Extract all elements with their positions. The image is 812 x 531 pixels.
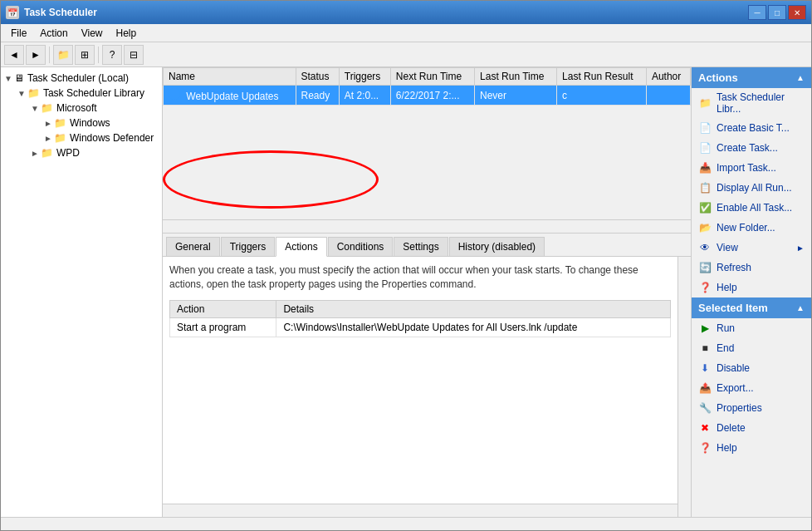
app-icon: 📅 [6, 6, 19, 19]
cell-triggers: At 2:0... [339, 86, 390, 106]
back-button[interactable]: ◄ [4, 45, 24, 65]
action-label-display-all: Display All Run... [717, 182, 792, 194]
main-hscrollbar[interactable] [1, 517, 811, 530]
action-properties[interactable]: 🔧 Properties [692, 398, 811, 418]
task-status-icon [169, 88, 180, 100]
selected-item-collapse-btn[interactable]: ▲ [796, 303, 805, 312]
expand-wpd[interactable]: ► [31, 149, 39, 158]
action-enable-all[interactable]: ✅ Enable All Task... [692, 198, 811, 218]
actions-description: When you create a task, you must specify… [169, 263, 671, 292]
menu-file[interactable]: File [4, 26, 33, 40]
main-window: 📅 Task Scheduler ─ □ ✕ File Action View … [0, 0, 812, 531]
grid-button[interactable]: ⊞ [75, 45, 95, 65]
selected-item-header: Selected Item ▲ [692, 297, 811, 318]
action-refresh[interactable]: 🔄 Refresh [692, 258, 811, 278]
action-new-folder[interactable]: 📂 New Folder... [692, 218, 811, 238]
tree-item-microsoft[interactable]: ▼ 📁 Microsoft [4, 101, 159, 116]
bottom-hscrollbar[interactable] [163, 504, 677, 517]
action-label-run: Run [717, 322, 735, 334]
create-task-icon: 📄 [698, 141, 712, 155]
disable-icon: ⬇ [698, 361, 712, 375]
col-author[interactable]: Author [646, 68, 690, 86]
expand-windows-defender[interactable]: ► [44, 134, 52, 143]
tree-item-local[interactable]: ▼ 🖥 Task Scheduler (Local) [4, 71, 159, 86]
bottom-main: When you create a task, you must specify… [163, 257, 677, 517]
col-triggers[interactable]: Triggers [339, 68, 390, 86]
action-disable[interactable]: ⬇ Disable [692, 358, 811, 378]
tree-item-library[interactable]: ▼ 📁 Task Scheduler Library [4, 86, 159, 101]
inner-cell-action: Start a program [170, 317, 276, 337]
window-controls: ─ □ ✕ [748, 5, 806, 20]
export-icon: 📤 [698, 381, 712, 395]
tree-item-windows-defender[interactable]: ► 📁 Windows Defender [4, 130, 159, 145]
tab-history[interactable]: History (disabled) [449, 237, 545, 256]
task-table-scroll[interactable]: Name Status Triggers Next Run Time Last … [163, 67, 691, 219]
actions-collapse-btn[interactable]: ▲ [796, 73, 805, 82]
minimize-button[interactable]: ─ [748, 5, 766, 20]
tab-settings[interactable]: Settings [394, 237, 448, 256]
actions-panel: Actions ▲ 📁 Task Scheduler Libr... 📄 Cre… [691, 67, 811, 517]
expand-library[interactable]: ▼ [17, 89, 26, 98]
maximize-button[interactable]: □ [768, 5, 786, 20]
inner-col-action[interactable]: Action [170, 300, 276, 317]
up-folder-button[interactable]: 📁 [53, 45, 73, 65]
properties-icon: 🔧 [698, 401, 712, 415]
actions-section: Actions ▲ 📁 Task Scheduler Libr... 📄 Cre… [692, 67, 811, 297]
table-row[interactable]: Start a program C:\Windows\Installer\Web… [170, 317, 671, 337]
tab-actions[interactable]: Actions [276, 237, 326, 257]
enable-all-icon: ✅ [698, 201, 712, 214]
task-list-hscrollbar[interactable] [163, 219, 691, 233]
close-button[interactable]: ✕ [788, 5, 806, 20]
col-last-run[interactable]: Last Run Time [475, 68, 557, 86]
action-label-new-folder: New Folder... [717, 222, 775, 234]
action-end[interactable]: ■ End [692, 338, 811, 358]
inner-col-details[interactable]: Details [276, 300, 671, 317]
action-task-scheduler-libr[interactable]: 📁 Task Scheduler Libr... [692, 88, 811, 118]
menu-view[interactable]: View [75, 26, 110, 40]
end-icon: ■ [698, 342, 712, 355]
action-display-all[interactable]: 📋 Display All Run... [692, 178, 811, 198]
action-label-help-actions: Help [717, 282, 737, 293]
delete-icon: ✖ [698, 421, 712, 435]
action-label-properties: Properties [717, 402, 762, 414]
bottom-content-wrapper: When you create a task, you must specify… [163, 257, 691, 517]
action-help-actions[interactable]: ❓ Help [692, 278, 811, 297]
tab-conditions[interactable]: Conditions [328, 237, 394, 256]
tree-item-wpd[interactable]: ► 📁 WPD [4, 145, 159, 160]
col-next-run[interactable]: Next Run Time [390, 68, 474, 86]
tree-label-windows: Windows [70, 117, 110, 129]
action-view[interactable]: 👁 View ► [692, 238, 811, 258]
action-label-create-task: Create Task... [717, 142, 778, 154]
action-create-basic[interactable]: 📄 Create Basic T... [692, 118, 811, 138]
tab-triggers[interactable]: Triggers [221, 237, 276, 256]
action-import-task[interactable]: 📥 Import Task... [692, 158, 811, 178]
help-toolbar-button[interactable]: ? [102, 45, 122, 65]
cell-name: WebUpdate Updates [164, 86, 296, 106]
actions-inner-table: Action Details Start a program C:\Window… [169, 300, 671, 337]
action-export[interactable]: 📤 Export... [692, 378, 811, 398]
tree-label-wpd: WPD [56, 147, 80, 159]
action-delete[interactable]: ✖ Delete [692, 418, 811, 438]
col-status[interactable]: Status [296, 68, 339, 86]
action-create-task[interactable]: 📄 Create Task... [692, 138, 811, 158]
col-last-result[interactable]: Last Run Result [557, 68, 647, 86]
col-name[interactable]: Name [164, 68, 296, 86]
view-submenu-arrow: ► [796, 243, 805, 253]
expand-local[interactable]: ▼ [4, 74, 12, 83]
action-run[interactable]: ▶ Run [692, 318, 811, 338]
expand-microsoft[interactable]: ▼ [31, 104, 39, 113]
cell-last-result: c [557, 86, 647, 106]
expand-windows[interactable]: ► [44, 119, 52, 128]
action-label-view: View [717, 242, 738, 253]
forward-button[interactable]: ► [26, 45, 46, 65]
menu-action[interactable]: Action [33, 26, 74, 40]
bottom-vscrollbar[interactable] [677, 257, 691, 517]
display-all-icon: 📋 [698, 181, 712, 194]
tree-item-windows[interactable]: ► 📁 Windows [4, 116, 159, 130]
menu-help[interactable]: Help [110, 26, 144, 40]
tab-general[interactable]: General [166, 237, 220, 256]
details-button[interactable]: ⊟ [124, 45, 144, 65]
tree-label-local: Task Scheduler (Local) [27, 72, 129, 84]
table-row[interactable]: WebUpdate Updates Ready At 2:0... 6/22/2… [164, 86, 691, 106]
action-help-selected[interactable]: ❓ Help [692, 438, 811, 458]
